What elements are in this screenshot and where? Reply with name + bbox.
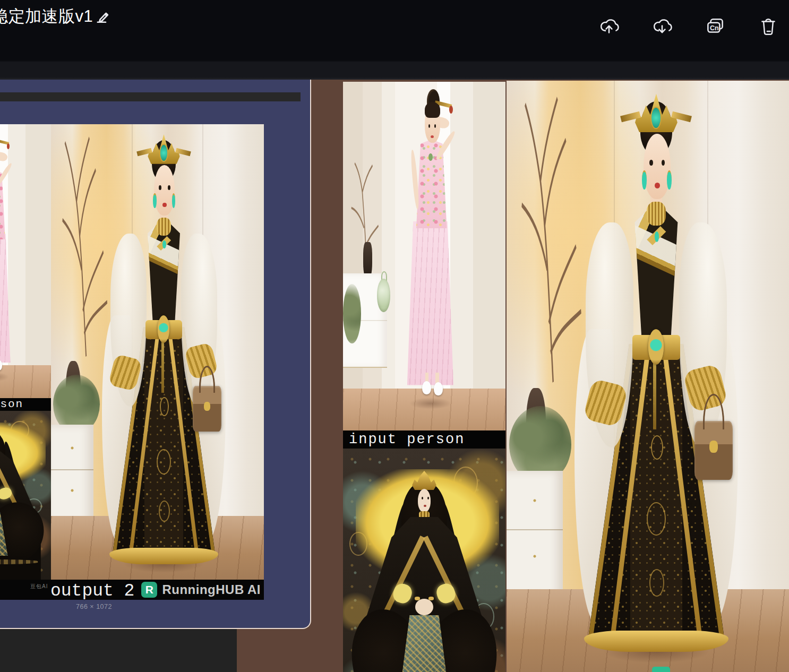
face [418,489,431,513]
lips [655,183,661,188]
input-person-thumbnail-label: input person [0,398,51,411]
input-person-image[interactable] [343,82,505,430]
handbag-clasp [204,402,210,411]
garment-thumbnail [0,411,51,580]
brand-name: RunningHUB AI [162,582,261,597]
embroidery-motif [647,502,666,536]
cloud-upload-icon [598,15,620,38]
translate-cn-icon: Cn [704,15,726,38]
caption-bar: 豆包AI output 2 R RunningHUB AI [0,580,264,600]
input-person-scene [343,82,505,430]
input-person-caption-text: input person [349,430,465,449]
green-plant [343,284,361,343]
belt-tail [653,359,656,430]
wood-floor [0,365,51,398]
garment-reference-scene [0,411,51,580]
trash-icon [757,15,779,38]
horizontal-scrollbar[interactable] [0,92,301,101]
pendant-gem [162,240,166,248]
page-title: 稳定加速版v1 [0,5,93,28]
brand-logo: R [141,582,157,598]
results-panel: input person [0,80,311,629]
embroidery-motif [160,397,169,416]
green-brooch [428,153,433,161]
white-cabinet [507,471,563,601]
translate-cn-label: Cn [710,24,719,32]
crown-gem [160,145,167,160]
rename-button[interactable] [91,4,113,25]
embroidery-motif [159,501,170,522]
garment-reference-scene [343,449,505,672]
output-preview-image[interactable]: input person [0,124,264,600]
translate-button[interactable]: Cn [704,15,727,38]
earring-left [153,193,156,208]
earring-right [172,193,175,208]
output-photo-scene [51,124,264,580]
earring-right [667,170,672,189]
belt-buckle [648,329,664,365]
belt-tail [161,338,164,393]
download-button[interactable] [650,15,674,38]
output-photo [51,124,264,580]
eye-left [649,160,653,166]
input-person-thumbnail [0,124,51,398]
cloud-download-icon [651,15,673,38]
hands [415,599,433,615]
eye-right [427,497,429,499]
embroidery-motif [157,449,171,475]
handbag-clasp [709,441,718,452]
embroidery-motif [649,569,664,597]
delete-button[interactable] [757,15,780,38]
brand-watermark: R RunningHUB AI [141,582,261,598]
bracelet-right [428,597,434,600]
output-photo-scene [507,81,789,672]
pink-skirt [407,221,453,385]
eye-left [159,185,161,190]
output-label: output 2 [50,581,134,601]
title-bar: 稳定加速版v1 Cn [0,0,789,80]
edit-pencil-icon [94,7,110,23]
face [154,165,174,215]
face [644,134,671,199]
green-pouch [377,279,390,312]
garment-reference-image[interactable] [343,449,505,672]
upload-button[interactable] [597,15,621,38]
output-image-large[interactable] [507,81,789,672]
figure-shadow [409,398,452,409]
white-cabinet [51,425,93,525]
eye-right [662,160,665,166]
eye-right [168,185,170,190]
white-shoe-left [422,381,431,394]
input-person-scene [0,124,51,398]
input-person-caption: input person [343,430,505,449]
gold-hem [109,548,218,564]
dry-branches-decor [507,92,591,388]
background-panel [0,629,237,672]
hair-fringe [425,102,440,118]
dry-branches-decor [51,133,115,361]
app: 稳定加速版v1 Cn [0,0,789,672]
hairpin-ornament [449,106,453,114]
earring-left [642,170,647,189]
watermark-logo-peek [652,667,670,672]
gold-hem [584,631,728,652]
embroidery-motif [651,435,663,460]
input-person-thumbnail-label-text: input person [0,398,23,411]
gold-choker-necklace [647,202,666,226]
thumbnail-watermark: 豆包AI [30,583,48,590]
gold-choker-necklace [157,218,171,236]
image-size-label: 766 × 1072 [0,603,264,610]
eye-left [422,497,423,499]
bracelet-left [415,597,421,600]
wood-floor [343,389,505,430]
white-shoe-right [434,382,443,395]
